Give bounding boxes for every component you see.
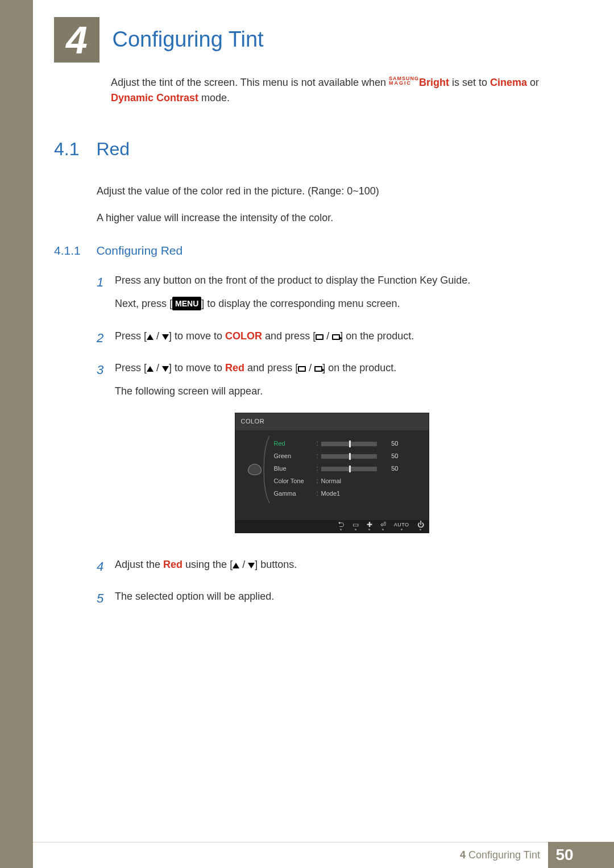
source-icon [298, 366, 306, 372]
step-number: 2 [97, 328, 115, 351]
osd-value-colortone: Normal [321, 476, 341, 487]
source-icon [316, 334, 323, 340]
osd-title: COLOR [235, 413, 429, 430]
samsung-magic-label: SAMSUNG MAGIC [389, 76, 419, 85]
step-5: 5 The selected option will be applied. [97, 588, 549, 612]
step-4: 4 Adjust the Red using the [ / ] buttons… [97, 556, 549, 580]
subsection-number: 4.1.1 [54, 244, 94, 258]
osd-plus-icon: ✚ [367, 522, 372, 530]
osd-footer: ⮌ ▭ ✚ ⏎ AUTO ⏻ [235, 520, 429, 533]
osd-divider [266, 438, 274, 501]
enter-icon [332, 334, 340, 340]
page-footer: 4 Configuring Tint 50 [0, 842, 614, 868]
osd-value-red: 50 [383, 439, 399, 449]
section-header: 4.1 Red [54, 139, 549, 160]
step-5-text: The selected option will be applied. [115, 588, 549, 605]
step-3: 3 Press [ / ] to move to Red and press [… [97, 360, 549, 547]
step-number: 4 [97, 556, 115, 580]
step-1-text-a: Press any button on the front of the pro… [115, 272, 549, 289]
osd-minus-icon: ▭ [352, 522, 359, 530]
osd-label-colortone: Color Tone [274, 476, 317, 487]
step-1-text-b: Next, press [MENU] to display the corres… [115, 296, 549, 312]
osd-label-green: Green [274, 451, 317, 462]
step-2-text: Press [ / ] to move to COLOR and press [… [115, 328, 549, 344]
chapter-intro: Adjust the tint of the screen. This menu… [111, 75, 549, 106]
osd-back-icon: ⮌ [338, 522, 345, 530]
palette-icon [248, 464, 262, 475]
step-1: 1 Press any button on the front of the p… [97, 272, 549, 319]
subsection-header: 4.1.1 Configuring Red [54, 244, 549, 258]
osd-power-icon: ⏻ [417, 522, 424, 530]
osd-row-blue: Blue : 50 [274, 463, 421, 475]
step-number: 3 [97, 360, 115, 547]
up-arrow-icon [147, 366, 154, 372]
red-label: Red [225, 362, 244, 373]
up-arrow-icon [233, 563, 239, 568]
osd-label-red: Red [274, 439, 317, 449]
step-3-text: Press [ / ] to move to Red and press [ /… [115, 360, 549, 376]
footer-left-stripe [0, 842, 33, 868]
dynamic-contrast-label: Dynamic Contrast [111, 92, 198, 103]
osd-value-green: 50 [383, 451, 399, 462]
chapter-title: Configuring Tint [112, 27, 263, 52]
osd-label-gamma: Gamma [274, 489, 317, 499]
up-arrow-icon [147, 334, 154, 340]
section-title: Red [96, 139, 130, 160]
intro-text: Adjust the tint of the screen. This menu… [111, 77, 389, 88]
page-content: 4 Configuring Tint Adjust the tint of th… [54, 17, 549, 621]
osd-slider-red [321, 442, 377, 446]
osd-value-blue: 50 [383, 464, 399, 474]
menu-key-icon: MENU [172, 297, 201, 310]
osd-row-colortone: Color Tone : Normal [274, 476, 421, 487]
color-label: COLOR [225, 330, 262, 342]
osd-row-red: Red : 50 [274, 438, 421, 450]
body-p1: Adjust the value of the color red in the… [97, 184, 549, 199]
enter-icon [314, 366, 322, 372]
down-arrow-icon [162, 334, 169, 340]
bright-label: Bright [419, 77, 449, 88]
section-number: 4.1 [54, 139, 94, 160]
footer-right-stripe [581, 842, 614, 868]
osd-auto-icon: AUTO [394, 522, 409, 530]
osd-label-blue: Blue [274, 464, 317, 474]
step-number: 5 [97, 588, 115, 612]
chapter-number-box: 4 [54, 17, 99, 63]
osd-value-gamma: Mode1 [321, 489, 341, 499]
cinema-label: Cinema [490, 77, 527, 88]
step-2: 2 Press [ / ] to move to COLOR and press… [97, 328, 549, 351]
step-4-text: Adjust the Red using the [ / ] buttons. [115, 556, 549, 573]
subsection-title: Configuring Red [96, 244, 182, 258]
down-arrow-icon [162, 366, 169, 372]
osd-screenshot: COLOR Red : [235, 413, 429, 533]
page-number: 50 [548, 842, 581, 868]
footer-chapter: 4 Configuring Tint [460, 849, 540, 861]
left-stripe [0, 0, 33, 847]
osd-row-green: Green : 50 [274, 451, 421, 462]
osd-slider-green [321, 454, 377, 459]
section-body: Adjust the value of the color red in the… [97, 184, 549, 226]
down-arrow-icon [248, 563, 255, 568]
osd-slider-blue [321, 467, 377, 471]
body-p2: A higher value will increase the intensi… [97, 210, 549, 226]
red-label: Red [163, 559, 182, 570]
osd-row-gamma: Gamma : Mode1 [274, 488, 421, 500]
step-number: 1 [97, 272, 115, 319]
osd-enter-icon: ⏎ [380, 522, 386, 530]
steps-list: 1 Press any button on the front of the p… [97, 272, 549, 612]
step-3-text-2: The following screen will appear. [115, 383, 549, 400]
chapter-header: 4 Configuring Tint [54, 17, 549, 63]
